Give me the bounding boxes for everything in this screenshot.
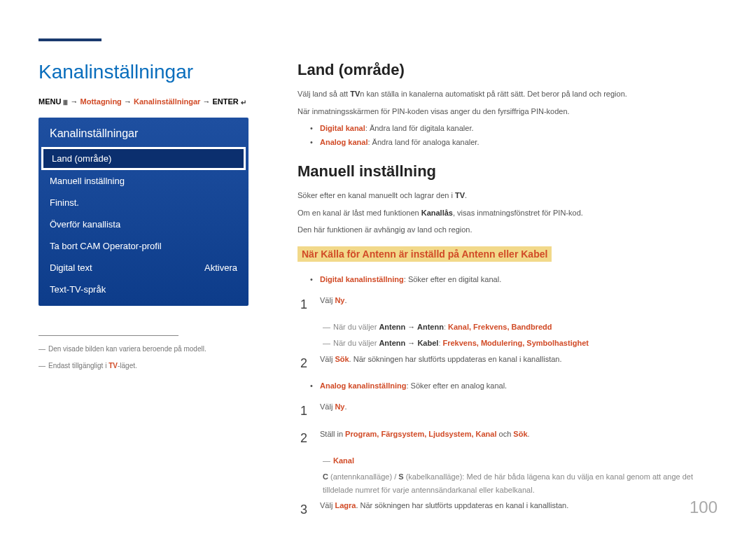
page-number: 100: [690, 498, 718, 517]
bc-arrow3: →: [202, 97, 210, 106]
menu-item-label: Land (område): [52, 153, 111, 164]
menu-item-texttv[interactable]: Text-TV-språk: [38, 279, 248, 300]
t: n kan ställa in kanalerna automatiskt på…: [360, 90, 627, 98]
t-red: Digital kanal: [320, 124, 365, 132]
menu-item-fininst[interactable]: Fininst.: [38, 192, 248, 213]
manuell-p2: Om en kanal är låst med funktionen Kanal…: [298, 206, 718, 220]
analog-step-1: 1 Välj Ny.: [300, 400, 718, 422]
dash: ―: [323, 323, 330, 331]
t: .: [344, 402, 346, 411]
t-bold: TV: [455, 191, 465, 199]
analog-step-2: 2 Ställ in Program, Färgsystem, Ljudsyst…: [300, 428, 718, 449]
bullet-digital-kanal: Digital kanal: Ändra land för digitala k…: [310, 122, 718, 136]
breadcrumb-enter: ENTER: [212, 97, 238, 106]
heading-manuell: Manuell inställning: [298, 162, 718, 181]
analog-bullet: Analog kanalinställning: Söker efter en …: [310, 379, 718, 393]
t-red: Analog kanal: [320, 138, 368, 146]
t: Välj land så att: [298, 90, 350, 98]
t-red: Sök: [513, 430, 527, 438]
section-title: Kanalinställningar: [38, 61, 262, 83]
breadcrumb-part1: Mottagning: [80, 97, 122, 106]
t-red: Sök: [335, 355, 349, 363]
footnote-dash: ―: [38, 362, 46, 370]
t: Ställ in: [320, 430, 345, 438]
dash: ―: [323, 456, 330, 465]
digital-sub-2: ―När du väljer Antenn → Kabel: Frekvens,…: [300, 337, 718, 350]
t: : Söker efter en digital kanal.: [404, 275, 501, 283]
step-num: 1: [300, 400, 310, 422]
bullet-analog-kanal: Analog kanal: Ändra land för analoga kan…: [310, 136, 718, 150]
t-bold: Kanallås: [421, 209, 453, 217]
menu-title: Kanalinställningar: [38, 125, 248, 147]
t: . När sökningen har slutförts uppdateras…: [349, 355, 562, 363]
land-p1: Välj land så att TVn kan ställa in kanal…: [298, 87, 718, 101]
land-p2: När inmatningsskärmen för PIN-koden visa…: [298, 105, 718, 118]
bullet-digital-kanalinst: Digital kanalinställning: Söker efter en…: [310, 273, 718, 287]
menu-item-manuell[interactable]: Manuell inställning: [38, 170, 248, 192]
t-bold: C: [323, 472, 328, 481]
menu-item-overfor[interactable]: Överför kanallista: [38, 213, 248, 235]
breadcrumb-part2: Kanalinställningar: [134, 97, 200, 106]
t-red: Digital kanalinställning: [320, 275, 404, 283]
digital-step-2: 2 Välj Sök. När sökningen har slutförts …: [300, 353, 718, 374]
heading-land: Land (område): [298, 61, 718, 79]
t: och: [497, 430, 514, 438]
menu-item-cam[interactable]: Ta bort CAM Operator-profil: [38, 235, 248, 257]
footnote-text: Den visade bilden kan variera beroende p…: [48, 345, 206, 353]
t-bold: S: [398, 472, 403, 481]
footnote-dash: ―: [38, 345, 46, 353]
menu-item-digitaltext[interactable]: Digital text Aktivera: [38, 257, 248, 279]
manuell-p1: Söker efter en kanal manuellt och lagrar…: [298, 189, 718, 202]
t-bold: TV: [350, 90, 360, 98]
footnote-2: ―Endast tillgängligt i TV-läget.: [38, 361, 262, 371]
t: .: [528, 430, 530, 438]
analog-step-3: 3 Välj Lagra. När sökningen har slutfört…: [300, 499, 718, 521]
t-red: Kanal, Frekvens, Bandbredd: [448, 323, 552, 331]
dash: ―: [323, 339, 330, 347]
menu-item-label: Manuell inställning: [50, 176, 125, 186]
t: När du väljer: [333, 323, 379, 331]
breadcrumb: MENU Ⅲ → Mottagning → Kanalinställningar…: [38, 96, 262, 108]
t: .: [465, 191, 467, 199]
t: . När sökningen har slutförts uppdateras…: [356, 501, 568, 510]
t: (antennkanalläge) /: [328, 472, 398, 481]
analog-sub-desc: C (antennkanalläge) / S (kabelkanalläge)…: [300, 470, 718, 496]
footnote-rule: [38, 335, 178, 336]
bc-arrow2: →: [124, 97, 132, 106]
t-bold: Antenn → Kabel: [379, 339, 438, 347]
t: , visas inmatningsfönstret för PIN-kod.: [453, 209, 583, 217]
header-rule: [38, 38, 102, 41]
breadcrumb-menu: MENU: [38, 97, 61, 106]
t: Välj: [320, 296, 335, 304]
digital-step-1: 1 Välj Ny.: [300, 294, 718, 316]
t: Om en kanal är låst med funktionen: [298, 209, 421, 217]
step-num: 3: [300, 499, 310, 521]
t: Välj: [320, 501, 335, 510]
t-bold: Antenn → Antenn: [379, 323, 443, 331]
t: Söker efter en kanal manuellt och lagrar…: [298, 191, 455, 199]
footnote-text-before: Endast tillgängligt i: [48, 362, 108, 370]
menu-item-label: Ta bort CAM Operator-profil: [50, 241, 162, 251]
menu-item-label: Överför kanallista: [50, 219, 120, 230]
menu-item-value: Aktivera: [204, 262, 237, 273]
menu-item-label: Digital text: [50, 262, 92, 273]
t-red: Frekvens, Modulering, Symbolhastighet: [443, 339, 589, 347]
enter-icon: ↵: [241, 97, 246, 108]
t-red: Analog kanalinställning: [320, 381, 406, 390]
manuell-p3: Den här funktionen är avhängig av land o…: [298, 223, 718, 237]
t: : Ändra land för analoga kanaler.: [368, 138, 479, 146]
step-num: 2: [300, 353, 310, 374]
bullet-analog-kanalinst: Analog kanalinställning: Söker efter en …: [310, 379, 718, 393]
menu-grid-icon: Ⅲ: [63, 97, 68, 108]
t-red: Kanal: [333, 456, 354, 465]
footnote-red: TV: [108, 362, 118, 370]
menu-item-land[interactable]: Land (område): [41, 147, 246, 170]
footnote-1: ―Den visade bilden kan variera beroende …: [38, 344, 262, 354]
analog-sub-kanal: ―Kanal: [300, 454, 718, 468]
step-num: 2: [300, 428, 310, 449]
footnote-text-after: -läget.: [118, 362, 137, 370]
t: Välj: [320, 355, 335, 363]
t: Välj: [320, 402, 335, 411]
t-red: Lagra: [335, 501, 356, 510]
digital-bullet: Digital kanalinställning: Söker efter en…: [310, 273, 718, 287]
